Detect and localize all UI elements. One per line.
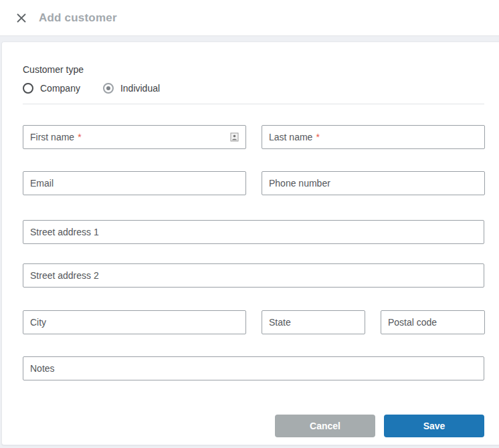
- phone-number-placeholder: Phone number: [269, 178, 330, 189]
- radio-individual-label: Individual: [120, 83, 160, 94]
- save-button[interactable]: Save: [384, 415, 484, 437]
- notes-placeholder: Notes: [30, 363, 55, 374]
- postal-code-placeholder: Postal code: [388, 317, 437, 328]
- customer-type-radio-group: Company Individual: [23, 83, 484, 94]
- state-input[interactable]: State: [262, 310, 365, 334]
- state-placeholder: State: [269, 317, 291, 328]
- first-name-placeholder: First name: [30, 132, 74, 142]
- form-row-notes: Notes: [23, 356, 484, 380]
- cancel-button[interactable]: Cancel: [275, 415, 375, 437]
- postal-code-input[interactable]: Postal code: [381, 310, 485, 334]
- add-customer-form-card: Customer type Company Individual First n…: [1, 41, 499, 445]
- form-row-city-state-postal: City State Postal code: [23, 310, 484, 334]
- form-actions: Cancel Save: [23, 415, 484, 437]
- required-marker: *: [78, 132, 81, 142]
- radio-option-individual[interactable]: Individual: [103, 83, 160, 94]
- radio-option-company[interactable]: Company: [23, 83, 80, 94]
- street-address-1-placeholder: Street address 1: [30, 227, 99, 237]
- form-row-street1: Street address 1: [23, 220, 484, 244]
- street-address-1-input[interactable]: Street address 1: [23, 220, 484, 244]
- form-row-name: First name * Last name *: [23, 125, 484, 149]
- street-address-2-input[interactable]: Street address 2: [23, 263, 484, 288]
- radio-individual-circle[interactable]: [103, 83, 114, 94]
- last-name-placeholder: Last name: [269, 132, 312, 142]
- email-placeholder: Email: [30, 178, 54, 189]
- radio-company-label: Company: [40, 83, 80, 94]
- city-input[interactable]: City: [23, 310, 246, 334]
- first-name-input[interactable]: First name *: [23, 125, 246, 149]
- email-input[interactable]: Email: [23, 171, 246, 195]
- street-address-2-placeholder: Street address 2: [30, 270, 99, 281]
- customer-type-label: Customer type: [23, 64, 484, 75]
- page-title: Add customer: [39, 11, 117, 25]
- notes-input[interactable]: Notes: [23, 356, 484, 380]
- form-row-street2: Street address 2: [23, 263, 484, 288]
- contact-card-autofill-icon: [230, 132, 239, 142]
- close-icon: [16, 13, 27, 23]
- dialog-header: Add customer: [0, 0, 499, 36]
- section-divider: [23, 104, 484, 104]
- city-placeholder: City: [30, 317, 46, 328]
- phone-number-input[interactable]: Phone number: [262, 171, 485, 195]
- close-button[interactable]: [12, 9, 31, 27]
- required-marker: *: [316, 132, 319, 142]
- form-row-contact: Email Phone number: [23, 171, 484, 195]
- last-name-input[interactable]: Last name *: [262, 125, 485, 149]
- radio-company-circle[interactable]: [23, 83, 33, 94]
